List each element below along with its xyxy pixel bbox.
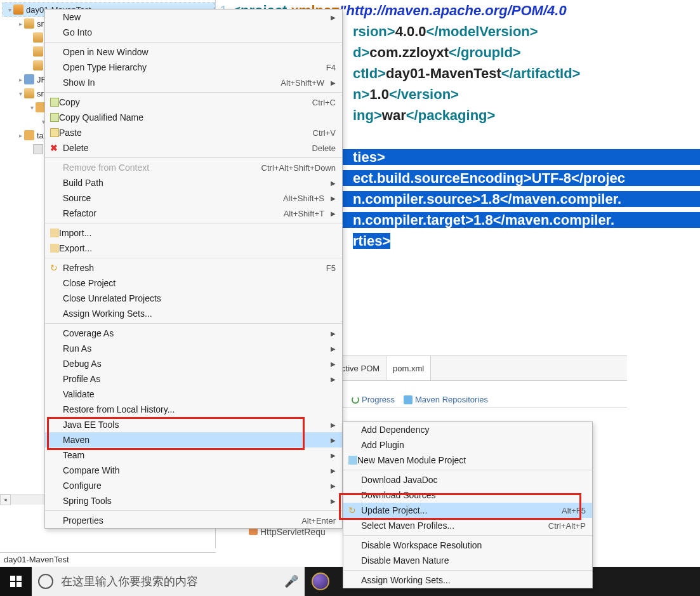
progress-icon (352, 396, 359, 404)
menu-configure[interactable]: Configure▶ (45, 478, 342, 493)
menu-assign-working-sets[interactable]: Assign Working Sets... (45, 306, 342, 321)
menu-refactor[interactable]: RefactorAlt+Shift+T▶ (45, 206, 342, 221)
windows-search-box[interactable]: 在这里输入你要搜索的内容 🎤 (32, 567, 305, 596)
menu-disable-maven-nature[interactable]: Disable Maven Nature (343, 553, 592, 568)
menu-coverage-as[interactable]: Coverage As▶ (45, 326, 342, 341)
menu-run-as[interactable]: Run As▶ (45, 341, 342, 356)
import-icon (50, 228, 59, 237)
scroll-left-button[interactable]: ◂ (0, 494, 11, 505)
source-folder-icon (33, 60, 43, 70)
menu-open-type-hierarchy[interactable]: Open Type HierarchyF4 (45, 60, 342, 75)
menu-validate[interactable]: Validate (45, 387, 342, 402)
taskbar-eclipse[interactable] (305, 567, 336, 596)
menu-profile-as[interactable]: Profile As▶ (45, 371, 342, 387)
menu-download-sources[interactable]: Download Sources (343, 487, 592, 503)
selected-text: rties> (353, 233, 390, 249)
progress-view-tab[interactable]: Progress (352, 395, 395, 404)
menu-restore-history[interactable]: Restore from Local History... (45, 402, 342, 417)
menu-add-dependency[interactable]: Add Dependency (343, 422, 592, 437)
source-folder-icon (33, 46, 43, 56)
maven-repo-icon (404, 395, 413, 404)
menu-export[interactable]: Export... (45, 241, 342, 256)
menu-team[interactable]: Team▶ (45, 447, 342, 463)
menu-properties[interactable]: PropertiesAlt+Enter (45, 513, 342, 528)
menu-source[interactable]: SourceAlt+Shift+S▶ (45, 190, 342, 206)
menu-copy-qualified-name[interactable]: Copy Qualified Name (45, 110, 342, 125)
folder-icon (24, 130, 34, 140)
maven-submenu: Add Dependency Add Plugin New Maven Modu… (343, 421, 593, 588)
menu-assign-working-sets[interactable]: Assign Working Sets... (343, 573, 592, 588)
update-icon: ↻ (348, 505, 361, 515)
maven-repositories-view-tab[interactable]: Maven Repositories (404, 395, 488, 404)
menu-import[interactable]: Import... (45, 225, 342, 241)
eclipse-icon (312, 573, 329, 590)
menu-paste[interactable]: PasteCtrl+V (45, 125, 342, 140)
menu-javaee-tools[interactable]: Java EE Tools▶ (45, 417, 342, 432)
windows-logo-icon (10, 576, 22, 587)
menu-show-in[interactable]: Show InAlt+Shift+W▶ (45, 75, 342, 90)
menu-delete[interactable]: ✖DeleteDelete (45, 140, 342, 156)
jre-library-icon (24, 74, 34, 84)
refresh-icon: ↻ (50, 263, 63, 273)
menu-new[interactable]: New▶ (45, 10, 342, 25)
menu-add-plugin[interactable]: Add Plugin (343, 437, 592, 453)
menu-select-profiles[interactable]: Select Maven Profiles...Ctrl+Alt+P (343, 518, 592, 533)
source-folder-icon (24, 18, 34, 29)
menu-close-unrelated[interactable]: Close Unrelated Projects (45, 291, 342, 306)
microphone-icon[interactable]: 🎤 (284, 574, 298, 588)
menu-download-javadoc[interactable]: Download JavaDoc (343, 472, 592, 487)
menu-debug-as[interactable]: Debug As▶ (45, 356, 342, 371)
start-button[interactable] (0, 567, 32, 596)
source-folder-icon (33, 32, 43, 43)
menu-remove-context: Remove from ContextCtrl+Alt+Shift+Down (45, 160, 342, 175)
cortana-icon (38, 574, 53, 589)
menu-new-module[interactable]: New Maven Module Project (343, 453, 592, 468)
menu-update-project[interactable]: ↻Update Project...Alt+F5 (343, 503, 592, 518)
copy-icon (50, 113, 59, 122)
menu-close-project[interactable]: Close Project (45, 275, 342, 291)
search-placeholder: 在这里输入你要搜索的内容 (61, 574, 198, 589)
menu-copy[interactable]: CopyCtrl+C (45, 95, 342, 110)
menu-spring-tools[interactable]: Spring Tools▶ (45, 493, 342, 508)
export-icon (50, 244, 59, 253)
menu-compare-with[interactable]: Compare With▶ (45, 463, 342, 478)
menu-build-path[interactable]: Build Path▶ (45, 175, 342, 190)
tab-pom-xml[interactable]: pom.xml (386, 356, 431, 380)
maven-project-icon (13, 4, 23, 15)
paste-icon (50, 128, 59, 137)
menu-maven[interactable]: Maven▶ (45, 432, 342, 447)
maven-module-icon (348, 456, 357, 465)
copy-icon (50, 98, 59, 107)
status-project-label: day01-MavenTest (4, 555, 69, 564)
status-bar: day01-MavenTest (0, 552, 216, 567)
menu-go-into[interactable]: Go Into (45, 25, 342, 40)
file-icon (33, 144, 43, 154)
project-context-menu: New▶ Go Into Open in New Window Open Typ… (44, 9, 343, 529)
menu-open-new-window[interactable]: Open in New Window (45, 44, 342, 60)
source-folder-icon (24, 88, 34, 98)
menu-refresh[interactable]: ↻RefreshF5 (45, 260, 342, 275)
menu-disable-workspace-resolution[interactable]: Disable Workspace Resolution (343, 538, 592, 553)
delete-icon: ✖ (50, 143, 63, 153)
